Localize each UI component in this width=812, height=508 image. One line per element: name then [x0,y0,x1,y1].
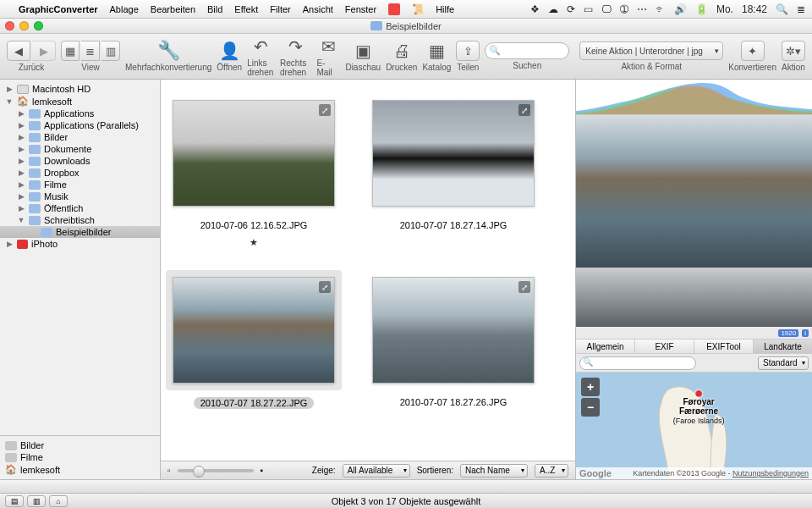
disclosure-icon[interactable]: ▶ [17,204,25,213]
cloud-icon[interactable]: ☁ [548,3,558,15]
favorites-list[interactable]: BilderFilmelemkesoft [0,435,160,479]
email-icon[interactable]: ✉ [316,36,340,57]
thumbnail-caption[interactable]: 2010-07-07 18.27.26.JPG [400,397,508,407]
tab-landkarte[interactable]: Landkarte [754,340,812,353]
menu-ablage[interactable]: Ablage [110,4,139,14]
disclosure-icon[interactable]: ▼ [5,97,14,106]
action-format-combo[interactable]: Keine Aktion | Unterordner | jpg [579,41,723,60]
tree-item[interactable]: ▶Filme [0,179,160,190]
thumbnail-image[interactable]: ⤢ [372,277,535,384]
multi-convert-icon[interactable]: 🔧 [156,41,180,61]
thumbnail-caption[interactable]: 2010-07-07 18.27.22.JPG [194,397,315,409]
zoom-icon[interactable] [34,21,43,30]
view-list-button[interactable]: ≣ [81,41,100,61]
volume-icon[interactable]: 🔊 [674,3,687,15]
status-btn-2[interactable]: ▥ [27,495,46,507]
tree-item[interactable]: ▶Applications (Parallels) [0,119,160,131]
scripts-menu-icon[interactable]: 📜 [412,3,424,15]
thumbnail-image[interactable]: ⤢ [173,277,335,384]
map-zoom-out-button[interactable]: − [581,398,600,417]
tree-item[interactable]: ▶Dokumente [0,143,160,155]
monitor-icon[interactable]: 🖵 [601,3,612,15]
show-filter-combo[interactable]: All Available [343,464,410,478]
tree-item[interactable]: ▼Schreibtisch [0,214,160,226]
menubar-extra-icon[interactable]: ❖ [530,3,540,15]
open-icon[interactable]: 👤 [217,41,241,61]
view-grid-button[interactable]: ▦ [61,41,80,61]
menu-filter[interactable]: Filter [270,4,290,14]
folder-tree[interactable]: ▶Macintosh HD▼lemkesoft▶Applications▶App… [0,80,160,435]
catalog-icon[interactable]: ▦ [425,41,448,61]
thumbnail[interactable]: ⤢2010-07-07 18.27.22.JPG [169,270,338,409]
convert-button[interactable]: ✦ [741,41,765,61]
disclosure-icon[interactable]: ▶ [17,133,25,141]
status-btn-1[interactable]: ▤ [5,495,24,507]
tree-item[interactable]: ▶Dropbox [0,167,160,179]
tree-item[interactable]: ▶Downloads [0,155,160,167]
forward-button[interactable]: ▶ [32,41,56,61]
info-badge[interactable]: i [802,329,809,337]
thumbnail-caption[interactable]: 2010-07-07 18.27.14.JPG [400,220,508,230]
print-icon[interactable]: 🖨 [390,41,414,61]
rotate-right-icon[interactable]: ↷ [284,36,308,57]
map-view[interactable]: + − ● Føroyar Færøerne (Faroe Islands) G… [576,373,812,479]
tree-item[interactable]: ▶Bilder [0,131,160,143]
disclosure-icon[interactable]: ▶ [17,168,25,177]
tree-item[interactable]: ▶Macintosh HD [0,83,160,95]
thumbnail[interactable]: ⤢2010-07-06 12.16.52.JPG★ [169,93,338,248]
disclosure-icon[interactable]: ▶ [17,157,25,165]
tree-item[interactable]: ▶Öffentlich [0,202,160,214]
app-menu[interactable]: GraphicConverter [19,4,98,14]
disclosure-icon[interactable]: ▶ [5,240,14,248]
thumbnail-caption[interactable]: 2010-07-06 12.16.52.JPG [200,220,308,230]
display-icon[interactable]: ▭ [584,3,593,15]
spotlight-icon[interactable]: 🔍 [776,3,788,15]
battery-icon[interactable]: 🔋 [695,3,708,15]
disclosure-icon[interactable]: ▼ [17,216,25,224]
dots-icon[interactable]: ⋯ [637,3,647,15]
expand-icon[interactable]: ⤢ [518,281,530,293]
map-search-input[interactable] [579,356,696,370]
minimize-icon[interactable] [19,21,29,30]
menu-fenster[interactable]: Fenster [345,4,376,14]
menu-bild[interactable]: Bild [207,4,222,14]
sort-order-combo[interactable]: A..Z [535,464,568,478]
thumbnail-image[interactable]: ⤢ [173,100,335,207]
menu-app-icon[interactable] [388,3,400,15]
clock-icon[interactable]: ➀ [620,3,628,15]
sync-icon[interactable]: ⟳ [567,3,575,15]
wifi-icon[interactable]: ᯤ [656,3,666,15]
rating-star-icon[interactable]: ★ [250,237,258,248]
thumbnail[interactable]: ⤢2010-07-07 18.27.14.JPG [369,93,538,248]
thumbnail-browser[interactable]: ⤢2010-07-06 12.16.52.JPG★⤢2010-07-07 18.… [161,80,575,461]
map-terms-link[interactable]: Nutzungsbedingungen [732,469,809,478]
share-button[interactable]: ⇪ [456,41,480,61]
tree-item[interactable]: Beispielbilder [0,226,160,238]
disclosure-icon[interactable]: ▶ [17,192,25,201]
tab-allgemein[interactable]: Allgemein [576,340,635,353]
map-type-combo[interactable]: Standard [758,356,809,370]
disclosure-icon[interactable]: ▶ [17,145,25,153]
rotate-left-icon[interactable]: ↶ [250,36,273,57]
favorite-item[interactable]: lemkesoft [0,463,160,476]
slideshow-icon[interactable]: ▣ [351,41,375,61]
thumbnail[interactable]: ⤢2010-07-07 18.27.26.JPG [369,270,538,409]
back-button[interactable]: ◀ [7,41,30,61]
tree-item[interactable]: ▼lemkesoft [0,95,160,108]
tab-exif[interactable]: EXIF [635,340,694,353]
view-columns-button[interactable]: ▥ [102,41,120,61]
expand-icon[interactable]: ⤢ [319,281,331,293]
close-icon[interactable] [5,21,14,30]
disclosure-icon[interactable]: ▶ [17,121,25,130]
map-zoom-in-button[interactable]: + [581,378,600,396]
thumbnail-image[interactable]: ⤢ [372,100,535,207]
favorite-item[interactable]: Filme [0,451,160,463]
action-button[interactable]: ✲▾ [782,41,805,61]
sort-field-combo[interactable]: Nach Name [460,464,528,478]
status-btn-3[interactable]: ⌂ [49,495,68,507]
tree-item[interactable]: ▶iPhoto [0,238,160,250]
menu-effekt[interactable]: Effekt [234,4,258,14]
expand-icon[interactable]: ⤢ [518,104,530,116]
disclosure-icon[interactable]: ▶ [17,109,25,118]
menu-ansicht[interactable]: Ansicht [303,4,333,14]
